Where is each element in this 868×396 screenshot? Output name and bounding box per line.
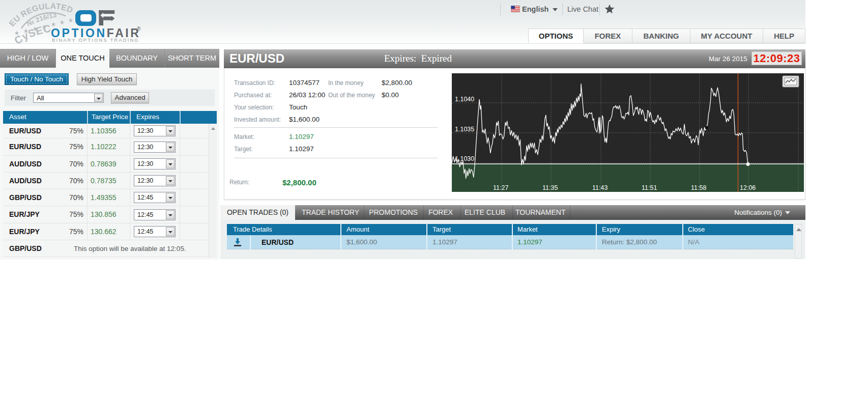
svg-text:12:06: 12:06	[740, 184, 756, 191]
svg-text:1.1030: 1.1030	[455, 155, 474, 162]
svg-text:11:58: 11:58	[691, 184, 706, 191]
svg-text:11:35: 11:35	[542, 184, 558, 191]
svg-text:1.1035: 1.1035	[455, 126, 474, 133]
svg-text:®: ®	[137, 26, 141, 32]
svg-text:11:51: 11:51	[642, 184, 657, 191]
svg-text:BINARY OPTIONS TRADING: BINARY OPTIONS TRADING	[52, 37, 139, 43]
svg-text:11:27: 11:27	[493, 184, 508, 191]
svg-text:1.1040: 1.1040	[455, 96, 474, 103]
svg-text:11:43: 11:43	[592, 184, 607, 191]
